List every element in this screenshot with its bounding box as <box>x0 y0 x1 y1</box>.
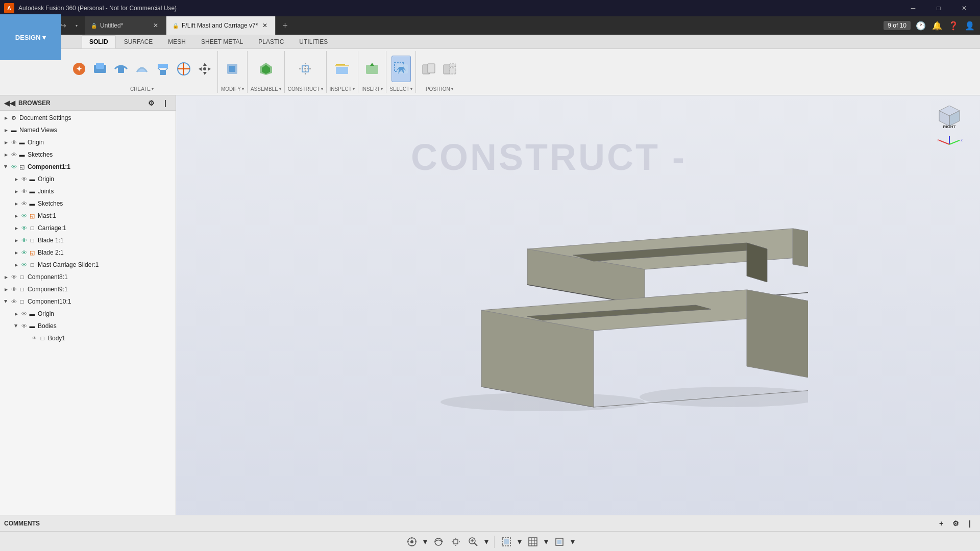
grid-button[interactable] <box>525 534 541 549</box>
expand-arrow[interactable]: ▶ <box>12 322 20 330</box>
browser-item-blade2[interactable]: ▶ 👁 ◱ Blade 2:1 <box>0 246 176 259</box>
ribbon-tab-solid[interactable]: SOLID <box>82 35 116 48</box>
browser-item-component1[interactable]: ▶ 👁 ◱ Component1:1 <box>0 161 176 173</box>
visibility-icon[interactable]: 👁 <box>10 273 17 281</box>
expand-arrow[interactable]: ▶ <box>12 187 20 195</box>
zoom-dropdown[interactable]: ▾ <box>483 534 490 549</box>
browser-item-comp1-sketches[interactable]: ▶ 👁 ▬ Sketches <box>0 197 176 210</box>
visibility-icon[interactable]: 👁 <box>20 322 28 330</box>
view-cube-toggle[interactable] <box>552 534 567 549</box>
browser-item-blade1[interactable]: ▶ 👁 □ Blade 1:1 <box>0 234 176 246</box>
expand-arrow[interactable]: ▶ <box>12 212 20 220</box>
zoom-button[interactable] <box>465 534 481 549</box>
expand-arrow[interactable]: ▶ <box>2 114 10 122</box>
expand-arrow[interactable]: ▶ <box>12 248 20 257</box>
browser-item-joints[interactable]: ▶ 👁 ▬ Joints <box>0 185 176 197</box>
visibility-icon[interactable]: 👁 <box>20 224 28 232</box>
assemble-button[interactable] <box>256 56 276 82</box>
visibility-icon[interactable]: 👁 <box>10 163 17 170</box>
design-dropdown-button[interactable]: DESIGN ▾ <box>0 14 61 60</box>
new-tab-button[interactable]: + <box>276 16 294 35</box>
viewport[interactable]: CONSTRUCT - RIGHT Z <box>176 95 980 515</box>
browser-item-bodies[interactable]: ▶ 👁 ▬ Bodies <box>0 320 176 332</box>
expand-arrow[interactable]: ▶ <box>2 297 10 306</box>
position-2-button[interactable] <box>440 56 459 82</box>
browser-item-component8[interactable]: ▶ 👁 □ Component8:1 <box>0 271 176 283</box>
user-icon[interactable]: 👤 <box>964 19 976 32</box>
visibility-icon[interactable]: 👁 <box>20 237 28 244</box>
browser-item-comp1-origin[interactable]: ▶ 👁 ▬ Origin <box>0 173 176 185</box>
modify-button[interactable] <box>223 56 242 82</box>
visibility-icon[interactable]: 👁 <box>20 212 28 219</box>
create-loft-button[interactable] <box>153 56 173 82</box>
browser-item-doc-settings[interactable]: ▶ ⚙ Document Settings <box>0 112 176 124</box>
pan-button[interactable] <box>448 534 463 549</box>
expand-arrow[interactable]: ▶ <box>2 163 10 171</box>
create-sweep-button[interactable] <box>132 56 152 82</box>
ribbon-tab-surface[interactable]: SURFACE <box>117 35 160 48</box>
position-button[interactable] <box>419 56 438 82</box>
ribbon-tab-plastic[interactable]: PLASTIC <box>251 35 291 48</box>
visibility-icon[interactable]: 👁 <box>20 310 28 317</box>
view-dropdown[interactable]: ▾ <box>569 534 576 549</box>
browser-item-comp10-origin[interactable]: ▶ 👁 ▬ Origin <box>0 308 176 320</box>
help-icon[interactable]: ❓ <box>947 19 960 32</box>
ribbon-tab-utilities[interactable]: UTILITIES <box>292 35 335 48</box>
snap-button[interactable] <box>404 534 420 549</box>
create-sketch-button[interactable]: ✦ <box>69 56 89 82</box>
expand-arrow[interactable]: ▶ <box>12 175 20 183</box>
visibility-icon[interactable]: 👁 <box>20 261 28 268</box>
comments-collapse-button[interactable]: | <box>964 517 976 530</box>
expand-arrow[interactable]: ▶ <box>2 285 10 293</box>
tab-untitled-close[interactable]: ✕ <box>152 21 160 30</box>
visibility-icon[interactable]: 👁 <box>20 176 28 183</box>
inspect-button[interactable] <box>332 56 352 82</box>
expand-arrow[interactable]: ▶ <box>2 138 10 146</box>
maximize-button[interactable]: □ <box>927 0 950 16</box>
expand-arrow[interactable]: ▶ <box>2 126 10 134</box>
visibility-icon[interactable]: 👁 <box>10 139 17 146</box>
grid-dropdown[interactable]: ▾ <box>543 534 550 549</box>
browser-item-sketches[interactable]: ▶ 👁 ▬ Sketches <box>0 148 176 161</box>
visibility-icon[interactable]: 👁 <box>20 200 28 207</box>
visibility-icon[interactable]: 👁 <box>31 335 38 342</box>
snap-dropdown[interactable]: ▾ <box>422 534 429 549</box>
visibility-icon[interactable]: 👁 <box>10 151 17 158</box>
ribbon-tab-mesh[interactable]: MESH <box>161 35 193 48</box>
ribbon-tab-sheetmetal[interactable]: SHEET METAL <box>194 35 250 48</box>
minimize-button[interactable]: ─ <box>901 0 925 16</box>
expand-arrow[interactable]: ▶ <box>12 199 20 208</box>
comments-settings-button[interactable]: ⚙ <box>949 517 962 530</box>
display-dropdown[interactable]: ▾ <box>516 534 523 549</box>
tab-flift[interactable]: 🔒 F/Lift Mast and Carriage v7* ✕ <box>166 16 276 35</box>
browser-item-origin[interactable]: ▶ 👁 ▬ Origin <box>0 136 176 148</box>
browser-item-body1[interactable]: ▶ 👁 □ Body1 <box>0 332 176 344</box>
tab-untitled[interactable]: 🔒 Untitled* ✕ <box>85 16 166 35</box>
select-button[interactable] <box>391 56 411 82</box>
expand-arrow[interactable]: ▶ <box>12 224 20 232</box>
orbit-button[interactable] <box>431 534 446 549</box>
visibility-icon[interactable]: 👁 <box>10 298 17 305</box>
create-rib-button[interactable] <box>174 56 193 82</box>
browser-item-component9[interactable]: ▶ 👁 □ Component9:1 <box>0 283 176 295</box>
browser-item-mast-slider[interactable]: ▶ 👁 □ Mast Carriage Slider:1 <box>0 259 176 271</box>
visibility-icon[interactable]: 👁 <box>20 249 28 256</box>
tab-flift-close[interactable]: ✕ <box>261 21 269 30</box>
browser-item-named-views[interactable]: ▶ ▬ Named Views <box>0 124 176 136</box>
notifications-icon[interactable]: 🔔 <box>931 19 943 32</box>
create-revolve-button[interactable] <box>111 56 131 82</box>
browser-item-carriage[interactable]: ▶ 👁 □ Carriage:1 <box>0 222 176 234</box>
comments-add-button[interactable]: + <box>935 517 947 530</box>
display-mode-button[interactable] <box>499 534 514 549</box>
browser-collapse-button[interactable]: | <box>159 97 172 109</box>
visibility-icon[interactable]: 👁 <box>10 286 17 293</box>
create-extrude-button[interactable] <box>90 56 110 82</box>
expand-arrow[interactable]: ▶ <box>2 273 10 281</box>
clock-icon[interactable]: 🕐 <box>915 19 927 32</box>
browser-settings-button[interactable]: ⚙ <box>145 97 157 109</box>
insert-button[interactable] <box>362 56 382 82</box>
close-button[interactable]: ✕ <box>952 0 976 16</box>
expand-arrow[interactable]: ▶ <box>12 236 20 244</box>
expand-arrow[interactable]: ▶ <box>12 310 20 318</box>
browser-item-component10[interactable]: ▶ 👁 □ Component10:1 <box>0 295 176 308</box>
